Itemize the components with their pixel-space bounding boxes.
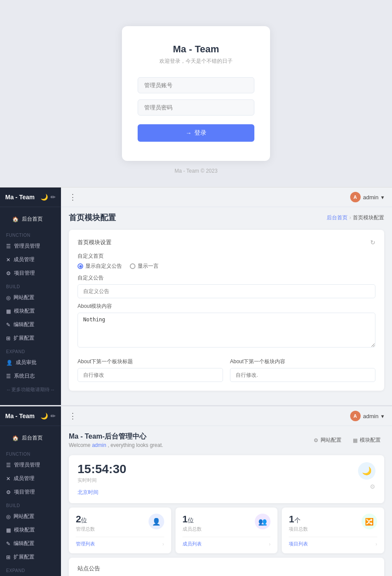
stat-link-managers[interactable]: 管理列表	[76, 541, 95, 547]
stat-icon-projects: 🔀	[362, 514, 377, 529]
manager-icon-2: ☰	[6, 462, 11, 468]
sidebar-item-member[interactable]: ✕ 成员管理	[0, 253, 61, 266]
build-section-label-2: BUILD	[0, 499, 61, 510]
admin-label-2: admin	[363, 413, 378, 419]
sidebar-item-site-2[interactable]: ◎ 网站配置	[0, 510, 61, 523]
stat-arrow-members[interactable]: ›	[269, 541, 270, 547]
topbar-menu-btn[interactable]: ⋮	[69, 192, 77, 202]
sidebar-item-site[interactable]: ◎ 网站配置	[0, 291, 61, 304]
stat-link-projects[interactable]: 项目列表	[289, 541, 308, 547]
login-button[interactable]: → 登录	[138, 124, 254, 142]
stat-card-projects: 1个 项目总数 🔀 项目列表 ›	[282, 508, 384, 553]
topbar-1: ⋮ A admin ▾	[61, 187, 392, 207]
sidebar-item-module[interactable]: ▦ 模块配置	[0, 304, 61, 318]
sidebar-icons-1: 🌙 ✏	[41, 194, 56, 201]
sidebar-edit-icon[interactable]: ✏	[51, 194, 56, 201]
time-link[interactable]: 北京时间	[78, 489, 126, 496]
stat-top-members: 1位 成员总数 👥	[182, 514, 271, 532]
card-header-1: 首页模块设置 ↻	[78, 239, 375, 246]
review-icon: 👤	[6, 360, 13, 366]
module-config-action[interactable]: ▦ 模块配置	[349, 435, 384, 446]
stat-card-members: 1位 成员总数 👥 成员列表 ›	[176, 508, 278, 553]
radio-option-2[interactable]: 显示一言	[130, 262, 159, 270]
editor-icon: ✎	[6, 322, 10, 328]
announcement-title: 站点公告	[78, 565, 375, 573]
sidebar-item-editor[interactable]: ✎ 编辑配置	[0, 318, 61, 331]
stat-label-members: 成员总数	[182, 526, 202, 532]
breadcrumb-home-link[interactable]: 后台首页	[327, 214, 348, 222]
sidebar-item-project-2[interactable]: ⚙ 项目管理	[0, 485, 61, 499]
radio-group-1: 显示自定义公告 显示一言	[78, 262, 375, 270]
stat-info-managers: 2位 管理总数	[76, 514, 95, 532]
stat-top-projects: 1个 项目总数 🔀	[289, 514, 377, 532]
welcome-admin[interactable]: admin	[92, 442, 106, 448]
time-card-right: 🌙 ⚙	[358, 462, 375, 490]
stat-arrow-projects[interactable]: ›	[375, 541, 377, 547]
breadcrumb-bar-1: 首页模块配置 后台首页 › 首页模块配置	[61, 207, 392, 225]
module-config-card: 首页模块设置 ↻ 自定义首页 显示自定义公告 显示一言 自定义公告 About模…	[69, 230, 384, 391]
dash-subtitle: Welcome admin , everything looks great.	[69, 442, 163, 448]
sidebar-moon-icon[interactable]: 🌙	[41, 194, 48, 201]
avatar-2: A	[350, 411, 361, 421]
project-icon-2: ⚙	[6, 489, 11, 495]
dash-title: Ma - Team-后台管理中心	[69, 432, 163, 441]
sidebar-moon-icon-2[interactable]: 🌙	[41, 412, 48, 419]
refresh-icon-1[interactable]: ↻	[370, 239, 375, 246]
stat-card-managers: 2位 管理总数 👤 管理列表 ›	[69, 508, 171, 553]
about-next-content-label: About下第一个板块内容	[230, 358, 375, 365]
sidebar-item-log[interactable]: ☰ 系统日志	[0, 369, 61, 383]
stat-label-projects: 项目总数	[289, 526, 308, 532]
stat-link-members[interactable]: 成员列表	[182, 541, 202, 547]
site-icon-2: ◎	[6, 514, 10, 520]
sidebar-item-member-2[interactable]: ✕ 成员管理	[0, 472, 61, 485]
welcome-rest: , everything looks great.	[108, 442, 163, 448]
admin-panel-2: Ma - Team 🌙 ✏ 🏠 后台首页 FUNCTION ☰ 管理员管理 ✕ …	[0, 405, 392, 576]
welcome-text: Welcome	[69, 442, 91, 448]
dash-topbar: ⋮ A admin ▾	[61, 406, 392, 426]
sidebar-item-manager[interactable]: ☰ 管理员管理	[0, 239, 61, 253]
stat-icon-managers: 👤	[149, 514, 164, 529]
sidebar-brand-name-2: Ma - Team	[5, 412, 34, 419]
sidebar-icons-2: 🌙 ✏	[41, 412, 56, 419]
sidebar-item-editor-2[interactable]: ✎ 编辑配置	[0, 537, 61, 550]
sidebar-item-manager-2[interactable]: ☰ 管理员管理	[0, 458, 61, 472]
stat-info-members: 1位 成员总数	[182, 514, 202, 532]
radio-option-1[interactable]: 显示自定义公告	[78, 262, 122, 270]
password-input[interactable]	[138, 99, 254, 116]
topbar-user-2[interactable]: A admin ▾	[350, 411, 384, 421]
stat-footer-managers: 管理列表 ›	[76, 537, 164, 547]
about-next-title-col: About下第一个板块标题	[78, 354, 223, 382]
about-next-title-input[interactable]	[78, 368, 223, 382]
username-input[interactable]	[138, 77, 254, 93]
sidebar-brand-name-1: Ma - Team	[5, 194, 34, 201]
stat-label-managers: 管理总数	[76, 526, 95, 532]
module-icon: ▦	[6, 308, 11, 314]
build-section-label: BUILD	[0, 280, 61, 291]
grid-icon-module: ▦	[353, 437, 358, 443]
sidebar-item-extend[interactable]: ⊞ 扩展配置	[0, 331, 61, 345]
gear-icon-site: ⚙	[314, 437, 318, 443]
stat-number-managers: 2位	[76, 514, 95, 525]
time-settings-icon[interactable]: ⚙	[370, 483, 375, 490]
site-config-action[interactable]: ⚙ 网站配置	[310, 435, 345, 446]
topbar-user[interactable]: A admin ▾	[350, 192, 384, 202]
stat-icon-members: 👥	[255, 514, 270, 529]
stat-arrow-managers[interactable]: ›	[162, 541, 164, 547]
admin-label-1: admin	[363, 194, 378, 201]
stat-number-members: 1位	[182, 514, 202, 525]
sidebar-home-item-2[interactable]: 🏠 后台首页	[0, 426, 61, 447]
sidebar-brand-2: Ma - Team 🌙 ✏	[0, 406, 61, 426]
sidebar-item-module-2[interactable]: ▦ 模块配置	[0, 523, 61, 537]
sidebar-item-extend-2[interactable]: ⊞ 扩展配置	[0, 550, 61, 564]
dropdown-chevron-2: ▾	[381, 413, 384, 419]
sidebar-home-item[interactable]: 🏠 后台首页	[0, 207, 61, 228]
custom-announce-input[interactable]	[78, 284, 375, 298]
topbar-menu-btn-2[interactable]: ⋮	[69, 411, 77, 421]
sidebar-edit-icon-2[interactable]: ✏	[51, 412, 56, 419]
about-content-textarea[interactable]: Nothing	[78, 313, 375, 348]
function-section-label: FUNCTION	[0, 228, 61, 239]
sidebar-item-project[interactable]: ⚙ 项目管理	[0, 266, 61, 280]
about-next-content-input[interactable]	[230, 368, 375, 382]
announcement-card: 站点公告 ⊘ 欢迎使用 Ma-Team 本程序适用于团队/工作室等类型 全站由L…	[69, 558, 384, 576]
sidebar-item-review[interactable]: 👤 成员审批	[0, 356, 61, 369]
